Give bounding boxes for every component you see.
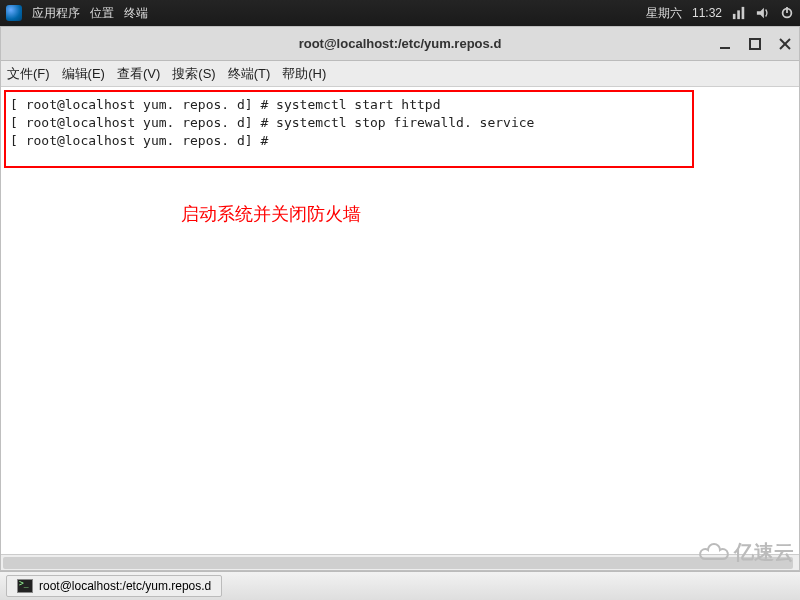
menubar: 文件(F) 编辑(E) 查看(V) 搜索(S) 终端(T) 帮助(H): [1, 61, 799, 87]
distro-icon: [6, 5, 22, 21]
panel-time: 11:32: [692, 6, 722, 20]
menu-help[interactable]: 帮助(H): [282, 65, 326, 83]
menu-file[interactable]: 文件(F): [7, 65, 50, 83]
top-panel: 应用程序 位置 终端 星期六 11:32: [0, 0, 800, 26]
svg-rect-2: [742, 7, 745, 19]
scrollbar-thumb[interactable]: [3, 557, 793, 569]
menu-terminal[interactable]: 终端: [124, 5, 148, 22]
svg-rect-0: [733, 14, 736, 19]
close-button[interactable]: [777, 36, 793, 52]
taskbar-item-label: root@localhost:/etc/yum.repos.d: [39, 579, 211, 593]
horizontal-scrollbar[interactable]: [1, 554, 799, 570]
panel-right: 星期六 11:32: [646, 5, 794, 22]
menu-applications[interactable]: 应用程序: [32, 5, 80, 22]
terminal-window: root@localhost:/etc/yum.repos.d 文件(F) 编辑…: [0, 26, 800, 571]
terminal-line-1: [ root@localhost yum. repos. d] # system…: [10, 96, 688, 114]
taskbar-item-terminal[interactable]: root@localhost:/etc/yum.repos.d: [6, 575, 222, 597]
panel-left: 应用程序 位置 终端: [6, 5, 148, 22]
menu-places[interactable]: 位置: [90, 5, 114, 22]
window-controls: [717, 27, 793, 60]
menu-terminal-tab[interactable]: 终端(T): [228, 65, 271, 83]
power-icon[interactable]: [780, 6, 794, 20]
panel-day: 星期六: [646, 5, 682, 22]
terminal-line-2: [ root@localhost yum. repos. d] # system…: [10, 114, 688, 132]
menu-search[interactable]: 搜索(S): [172, 65, 215, 83]
svg-rect-7: [750, 39, 760, 49]
highlight-box: [ root@localhost yum. repos. d] # system…: [4, 90, 694, 168]
terminal-icon: [17, 579, 33, 593]
svg-rect-1: [737, 10, 740, 19]
terminal-body[interactable]: [ root@localhost yum. repos. d] # system…: [1, 87, 799, 570]
svg-marker-3: [757, 8, 764, 19]
watermark: 亿速云: [698, 539, 794, 566]
volume-icon[interactable]: [756, 6, 770, 20]
menu-view[interactable]: 查看(V): [117, 65, 160, 83]
annotation-text: 启动系统并关闭防火墙: [181, 202, 361, 226]
window-title: root@localhost:/etc/yum.repos.d: [299, 36, 502, 51]
watermark-text: 亿速云: [734, 539, 794, 566]
network-icon[interactable]: [732, 6, 746, 20]
menu-edit[interactable]: 编辑(E): [62, 65, 105, 83]
terminal-line-3: [ root@localhost yum. repos. d] #: [10, 132, 688, 150]
taskbar: root@localhost:/etc/yum.repos.d: [0, 571, 800, 600]
window-titlebar[interactable]: root@localhost:/etc/yum.repos.d: [1, 27, 799, 61]
cloud-icon: [698, 543, 732, 563]
maximize-button[interactable]: [747, 36, 763, 52]
minimize-button[interactable]: [717, 36, 733, 52]
